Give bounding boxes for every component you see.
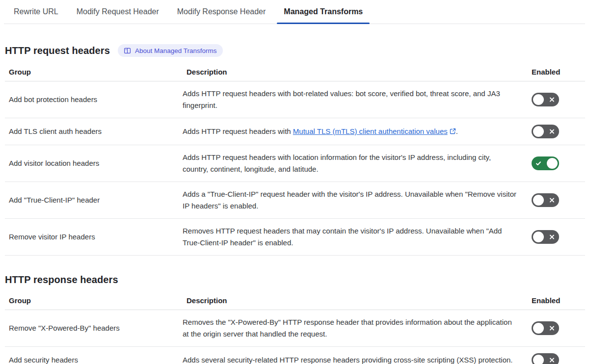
toggle-knob	[533, 355, 544, 364]
row-description: Adds HTTP request headers with location …	[183, 145, 532, 182]
table-row: Add TLS client auth headers Adds HTTP re…	[5, 118, 585, 145]
row-description: Adds HTTP request headers with bot-relat…	[183, 81, 532, 118]
badge-label: About Managed Transforms	[135, 47, 217, 54]
row-group: Add visitor location headers	[5, 145, 183, 182]
toggle-switch[interactable]	[532, 353, 559, 364]
row-description: Removes the "X-Powered-By" HTTP response…	[183, 310, 532, 347]
x-icon	[549, 97, 555, 103]
toggle-knob	[533, 323, 544, 334]
tab-bar: Rewrite URL Modify Request Header Modify…	[4, 0, 585, 24]
tab-rewrite-url[interactable]: Rewrite URL	[7, 0, 65, 24]
column-header-group: Group	[5, 291, 183, 310]
row-description: Adds HTTP request headers with Mutual TL…	[183, 118, 532, 145]
tab-modify-response-header[interactable]: Modify Response Header	[170, 0, 273, 24]
column-header-group: Group	[5, 63, 183, 81]
row-description: Adds several security-related HTTP respo…	[183, 347, 532, 364]
section-title-response: HTTP response headers	[5, 274, 118, 286]
toggle-knob	[533, 126, 544, 137]
external-link-icon	[450, 128, 456, 134]
row-group: Add bot protection headers	[5, 81, 183, 118]
table-row: Add visitor location headers Adds HTTP r…	[5, 145, 585, 182]
toggle-knob	[547, 158, 558, 169]
table-header-row: Group Description Enabled	[5, 291, 585, 310]
row-group: Add "True-Client-IP" header	[5, 182, 183, 219]
description-prefix: Adds HTTP request headers with	[183, 127, 293, 135]
table-row: Add bot protection headers Adds HTTP req…	[5, 81, 585, 118]
table-row: Add "True-Client-IP" header Adds a "True…	[5, 182, 585, 219]
toggle-switch[interactable]	[532, 321, 559, 335]
x-icon	[549, 326, 555, 331]
toggle-knob	[533, 195, 544, 206]
request-headers-table: Group Description Enabled Add bot protec…	[5, 63, 585, 256]
table-row: Remove "X-Powered-By" headers Removes th…	[5, 310, 585, 347]
row-group: Remove "X-Powered-By" headers	[5, 310, 183, 347]
description-suffix: .	[456, 127, 458, 135]
toggle-switch[interactable]	[532, 156, 559, 170]
row-group: Add security headers	[5, 347, 183, 364]
tab-modify-request-header[interactable]: Modify Request Header	[70, 0, 166, 24]
response-headers-table: Group Description Enabled Remove "X-Powe…	[5, 291, 585, 364]
x-icon	[549, 358, 555, 363]
table-row: Remove visitor IP headers Removes HTTP r…	[5, 219, 585, 256]
x-icon	[549, 234, 555, 240]
toggle-switch[interactable]	[532, 125, 559, 138]
tab-managed-transforms[interactable]: Managed Transforms	[277, 0, 370, 24]
request-section-header: HTTP request headers About Managed Trans…	[5, 44, 585, 57]
column-header-enabled: Enabled	[532, 291, 585, 310]
toggle-switch[interactable]	[532, 93, 559, 106]
toggle-knob	[533, 94, 544, 105]
main-content: HTTP request headers About Managed Trans…	[5, 44, 585, 364]
column-header-enabled: Enabled	[532, 63, 585, 81]
response-section-header: HTTP response headers	[5, 274, 585, 286]
table-row: Add security headers Adds several securi…	[5, 347, 585, 364]
section-title-request: HTTP request headers	[5, 45, 110, 56]
x-icon	[549, 129, 555, 134]
toggle-switch[interactable]	[532, 230, 559, 244]
book-icon	[124, 47, 131, 54]
about-managed-transforms-badge[interactable]: About Managed Transforms	[118, 44, 223, 57]
check-icon	[535, 160, 541, 166]
toggle-switch[interactable]	[532, 193, 559, 207]
toggle-knob	[533, 232, 544, 242]
column-header-description: Description	[183, 291, 532, 310]
column-header-description: Description	[183, 63, 532, 81]
x-icon	[549, 198, 555, 203]
row-description: Removes HTTP request headers that may co…	[183, 219, 532, 256]
row-description: Adds a "True-Client-IP" request header w…	[183, 182, 532, 219]
table-header-row: Group Description Enabled	[5, 63, 585, 81]
row-group: Add TLS client auth headers	[5, 118, 183, 145]
mtls-link[interactable]: Mutual TLS (mTLS) client authentication …	[293, 127, 448, 135]
row-group: Remove visitor IP headers	[5, 219, 183, 256]
